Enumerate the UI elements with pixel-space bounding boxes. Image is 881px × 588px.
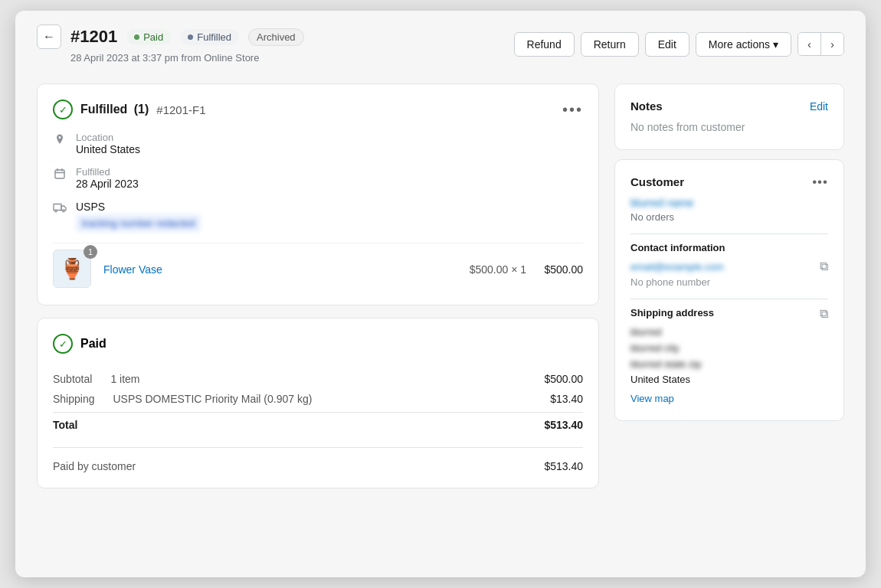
paid-by-label: Paid by customer bbox=[53, 460, 136, 472]
prev-order-button[interactable]: ‹ bbox=[798, 33, 820, 55]
left-column: ✓ Fulfilled (1) #1201-F1 ••• bbox=[37, 83, 599, 488]
notes-card: Notes Edit No notes from customer bbox=[614, 83, 844, 150]
fulfilled-label: Fulfilled (1) bbox=[80, 103, 149, 116]
paid-by-row: Paid by customer $513.40 bbox=[53, 460, 583, 472]
shipping-address-title: Shipping address bbox=[630, 307, 714, 318]
main-content: ✓ Fulfilled (1) #1201-F1 ••• bbox=[15, 71, 866, 510]
fulfilled-label-text: Fulfilled bbox=[76, 166, 139, 178]
customer-name[interactable]: blurred name bbox=[630, 197, 694, 209]
customer-title: Customer bbox=[630, 175, 684, 188]
fulfilled-header: ✓ Fulfilled (1) #1201-F1 ••• bbox=[53, 100, 583, 119]
badge-archived: Archived bbox=[248, 28, 304, 46]
subtotal-row: Subtotal 1 item $500.00 bbox=[53, 369, 583, 389]
product-quantity-badge: 1 bbox=[84, 245, 97, 259]
customer-orders-text: No orders bbox=[630, 211, 828, 223]
customer-card: Customer ••• blurred name No orders Cont… bbox=[614, 159, 844, 421]
next-order-button[interactable]: › bbox=[820, 33, 843, 55]
page-header: ← #1201 Paid Fulfilled Archived 28 April… bbox=[15, 11, 866, 71]
paid-check-icon: ✓ bbox=[53, 334, 73, 354]
fulfilled-check-icon: ✓ bbox=[53, 100, 73, 119]
shipping-header-row: Shipping address ⧉ bbox=[630, 307, 828, 325]
tracking-number[interactable]: tracking number redacted bbox=[76, 214, 201, 232]
product-name-link[interactable]: Flower Vase bbox=[103, 263, 459, 276]
copy-email-button[interactable]: ⧉ bbox=[820, 260, 828, 273]
right-column: Notes Edit No notes from customer Custom… bbox=[614, 83, 844, 488]
fulfilled-title-group: ✓ Fulfilled (1) #1201-F1 bbox=[53, 100, 206, 119]
shipping-icon bbox=[53, 202, 67, 216]
fulfillment-id: #1201-F1 bbox=[156, 103, 205, 116]
paid-header: ✓ Paid bbox=[53, 334, 583, 354]
email-row: email@example.com ⧉ bbox=[630, 260, 828, 273]
shipping-label: Shipping bbox=[53, 393, 95, 405]
location-value: United States bbox=[76, 143, 140, 155]
refund-button[interactable]: Refund bbox=[514, 32, 575, 57]
return-button[interactable]: Return bbox=[581, 32, 639, 57]
product-image-wrap: 🏺 1 bbox=[53, 250, 93, 289]
shipping-row: Shipping USPS DOMESTIC Priority Mail (0.… bbox=[53, 389, 583, 409]
customer-email[interactable]: email@example.com bbox=[630, 261, 724, 273]
fulfilled-date-row: Fulfilled 28 April 2023 bbox=[53, 166, 583, 190]
address-line2: blurred city bbox=[630, 341, 680, 357]
order-number: #1201 bbox=[70, 27, 117, 47]
paid-divider bbox=[53, 447, 583, 448]
total-mid bbox=[96, 419, 544, 431]
product-unit-price: $500.00 × 1 bbox=[470, 263, 526, 276]
payment-summary: Subtotal 1 item $500.00 Shipping USPS DO… bbox=[53, 369, 583, 435]
badge-paid: Paid bbox=[126, 29, 171, 45]
contact-divider bbox=[630, 234, 828, 234]
location-label: Location bbox=[76, 132, 140, 143]
location-content: Location United States bbox=[76, 132, 140, 155]
more-actions-button[interactable]: More actions ▾ bbox=[696, 32, 791, 57]
notes-header: Notes Edit bbox=[630, 100, 828, 113]
header-top: ← #1201 Paid Fulfilled Archived bbox=[37, 24, 304, 49]
address-line1: blurred bbox=[630, 325, 661, 341]
paid-card: ✓ Paid Subtotal 1 item $500.00 Shipping … bbox=[37, 318, 599, 488]
badge-fulfilled: Fulfilled bbox=[180, 29, 239, 45]
copy-address-button[interactable]: ⧉ bbox=[820, 307, 828, 321]
shipping-value: $13.40 bbox=[550, 393, 583, 405]
location-row: Location United States bbox=[53, 132, 583, 155]
shipping-divider bbox=[630, 299, 828, 299]
subtotal-label: Subtotal bbox=[53, 373, 92, 385]
svg-point-2 bbox=[63, 210, 65, 212]
carrier-row: USPS tracking number redacted bbox=[53, 201, 583, 232]
header-actions: Refund Return Edit More actions ▾ ‹ › bbox=[514, 32, 844, 57]
svg-rect-0 bbox=[55, 170, 64, 178]
carrier-name: USPS bbox=[76, 201, 201, 213]
customer-phone: No phone number bbox=[630, 276, 828, 288]
shipping-address-content: blurred blurred city blurred state zip U… bbox=[630, 325, 828, 388]
paid-dot bbox=[134, 34, 139, 40]
total-label: Total bbox=[53, 419, 77, 431]
shipping-desc: USPS DOMESTIC Priority Mail (0.907 kg) bbox=[113, 393, 551, 405]
contact-info-title: Contact information bbox=[630, 242, 828, 253]
subtotal-value: $500.00 bbox=[544, 373, 583, 385]
fulfilled-date-content: Fulfilled 28 April 2023 bbox=[76, 166, 139, 190]
edit-button[interactable]: Edit bbox=[645, 32, 689, 57]
paid-by-value: $513.40 bbox=[544, 460, 583, 472]
fulfillment-menu-button[interactable]: ••• bbox=[562, 102, 583, 117]
customer-header: Customer ••• bbox=[630, 175, 828, 188]
header-left: ← #1201 Paid Fulfilled Archived 28 April… bbox=[37, 24, 304, 64]
product-row: 🏺 1 Flower Vase $500.00 × 1 $500.00 bbox=[53, 243, 583, 289]
address-country: United States bbox=[630, 374, 690, 385]
fulfilled-card: ✓ Fulfilled (1) #1201-F1 ••• bbox=[37, 83, 599, 305]
paid-title: Paid bbox=[80, 337, 106, 351]
fulfilled-dot bbox=[188, 34, 193, 40]
back-button[interactable]: ← bbox=[37, 24, 61, 49]
total-row: Total $513.40 bbox=[53, 412, 583, 435]
order-subtitle: 28 April 2023 at 3:37 pm from Online Sto… bbox=[70, 52, 304, 64]
view-map-link[interactable]: View map bbox=[630, 393, 674, 404]
fulfilled-date-icon bbox=[53, 168, 67, 183]
dropdown-arrow-icon: ▾ bbox=[773, 38, 778, 51]
notes-title: Notes bbox=[630, 100, 663, 113]
location-icon bbox=[53, 133, 67, 149]
customer-menu-button[interactable]: ••• bbox=[812, 175, 828, 188]
notes-edit-button[interactable]: Edit bbox=[810, 100, 828, 113]
svg-point-1 bbox=[55, 210, 57, 212]
fulfilled-date: 28 April 2023 bbox=[76, 178, 139, 190]
notes-content: No notes from customer bbox=[630, 121, 745, 133]
total-value: $513.40 bbox=[544, 419, 583, 431]
subtotal-qty: 1 item bbox=[110, 373, 544, 385]
nav-arrows: ‹ › bbox=[797, 32, 844, 56]
carrier-content: USPS tracking number redacted bbox=[76, 201, 201, 232]
